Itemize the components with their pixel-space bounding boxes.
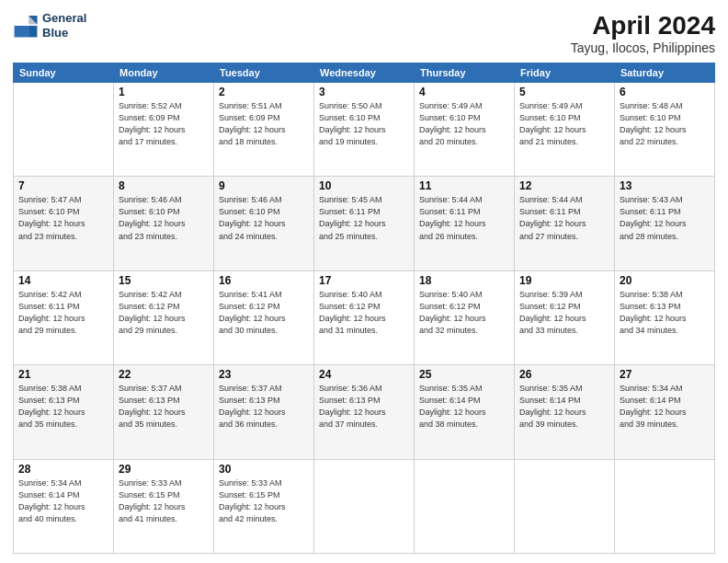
day-number: 15: [119, 274, 209, 287]
day-info: Sunrise: 5:42 AM Sunset: 6:12 PM Dayligh…: [119, 289, 209, 337]
day-info: Sunrise: 5:33 AM Sunset: 6:15 PM Dayligh…: [219, 477, 309, 525]
day-number: 10: [319, 179, 409, 192]
table-row: 30Sunrise: 5:33 AM Sunset: 6:15 PM Dayli…: [214, 459, 314, 553]
day-info: Sunrise: 5:33 AM Sunset: 6:15 PM Dayligh…: [119, 477, 209, 525]
day-number: 14: [18, 274, 108, 287]
col-monday: Monday: [114, 63, 214, 83]
day-number: 3: [319, 86, 409, 98]
day-info: Sunrise: 5:47 AM Sunset: 6:10 PM Dayligh…: [18, 194, 108, 242]
calendar-table: Sunday Monday Tuesday Wednesday Thursday…: [13, 63, 715, 554]
day-info: Sunrise: 5:48 AM Sunset: 6:10 PM Dayligh…: [620, 100, 710, 148]
col-wednesday: Wednesday: [314, 63, 415, 83]
logo-icon: [13, 13, 39, 39]
day-number: 26: [519, 368, 609, 381]
table-row: 11Sunrise: 5:44 AM Sunset: 6:11 PM Dayli…: [415, 177, 515, 270]
day-number: 17: [319, 274, 409, 287]
table-row: [515, 459, 615, 553]
table-row: 3Sunrise: 5:50 AM Sunset: 6:10 PM Daylig…: [314, 83, 415, 177]
day-number: 4: [419, 86, 509, 98]
logo-text: General Blue: [42, 11, 86, 40]
day-number: 2: [219, 86, 309, 98]
day-number: 9: [219, 179, 309, 192]
table-row: 5Sunrise: 5:49 AM Sunset: 6:10 PM Daylig…: [515, 83, 615, 177]
day-number: 28: [18, 463, 108, 476]
day-info: Sunrise: 5:38 AM Sunset: 6:13 PM Dayligh…: [620, 289, 710, 337]
day-info: Sunrise: 5:37 AM Sunset: 6:13 PM Dayligh…: [119, 383, 209, 431]
day-info: Sunrise: 5:52 AM Sunset: 6:09 PM Dayligh…: [119, 100, 209, 148]
calendar-week-row: 14Sunrise: 5:42 AM Sunset: 6:11 PM Dayli…: [14, 270, 715, 364]
col-sunday: Sunday: [14, 63, 114, 83]
svg-rect-3: [15, 26, 29, 37]
day-number: 16: [219, 274, 309, 287]
day-number: 5: [519, 86, 609, 98]
day-number: 1: [119, 86, 209, 98]
table-row: [314, 459, 415, 553]
day-info: Sunrise: 5:42 AM Sunset: 6:11 PM Dayligh…: [18, 289, 108, 337]
table-row: 18Sunrise: 5:40 AM Sunset: 6:12 PM Dayli…: [415, 270, 515, 364]
day-number: 7: [18, 179, 108, 192]
main-title: April 2024: [571, 11, 715, 40]
calendar-week-row: 28Sunrise: 5:34 AM Sunset: 6:14 PM Dayli…: [14, 459, 715, 553]
day-info: Sunrise: 5:44 AM Sunset: 6:11 PM Dayligh…: [419, 194, 509, 242]
day-info: Sunrise: 5:41 AM Sunset: 6:12 PM Dayligh…: [219, 289, 309, 337]
table-row: 2Sunrise: 5:51 AM Sunset: 6:09 PM Daylig…: [214, 83, 314, 177]
day-number: 13: [620, 179, 710, 192]
table-row: 4Sunrise: 5:49 AM Sunset: 6:10 PM Daylig…: [415, 83, 515, 177]
table-row: 14Sunrise: 5:42 AM Sunset: 6:11 PM Dayli…: [14, 270, 114, 364]
col-friday: Friday: [515, 63, 615, 83]
logo: General Blue: [13, 11, 86, 40]
table-row: 25Sunrise: 5:35 AM Sunset: 6:14 PM Dayli…: [415, 365, 515, 459]
calendar-header-row: Sunday Monday Tuesday Wednesday Thursday…: [14, 63, 715, 83]
day-number: 11: [419, 179, 509, 192]
table-row: 17Sunrise: 5:40 AM Sunset: 6:12 PM Dayli…: [314, 270, 415, 364]
day-info: Sunrise: 5:46 AM Sunset: 6:10 PM Dayligh…: [119, 194, 209, 242]
day-number: 21: [18, 368, 108, 381]
table-row: 29Sunrise: 5:33 AM Sunset: 6:15 PM Dayli…: [114, 459, 214, 553]
day-number: 22: [119, 368, 209, 381]
table-row: 27Sunrise: 5:34 AM Sunset: 6:14 PM Dayli…: [615, 365, 715, 459]
calendar-week-row: 21Sunrise: 5:38 AM Sunset: 6:13 PM Dayli…: [14, 365, 715, 459]
col-tuesday: Tuesday: [214, 63, 314, 83]
day-number: 8: [119, 179, 209, 192]
day-number: 29: [119, 463, 209, 476]
day-number: 18: [419, 274, 509, 287]
table-row: 19Sunrise: 5:39 AM Sunset: 6:12 PM Dayli…: [515, 270, 615, 364]
day-number: 12: [519, 179, 609, 192]
day-info: Sunrise: 5:49 AM Sunset: 6:10 PM Dayligh…: [519, 100, 609, 148]
day-number: 24: [319, 368, 409, 381]
day-info: Sunrise: 5:40 AM Sunset: 6:12 PM Dayligh…: [419, 289, 509, 337]
table-row: 12Sunrise: 5:44 AM Sunset: 6:11 PM Dayli…: [515, 177, 615, 270]
day-info: Sunrise: 5:35 AM Sunset: 6:14 PM Dayligh…: [419, 383, 509, 431]
table-row: 20Sunrise: 5:38 AM Sunset: 6:13 PM Dayli…: [615, 270, 715, 364]
table-row: 23Sunrise: 5:37 AM Sunset: 6:13 PM Dayli…: [214, 365, 314, 459]
day-info: Sunrise: 5:43 AM Sunset: 6:11 PM Dayligh…: [620, 194, 710, 242]
day-number: 30: [219, 463, 309, 476]
day-number: 19: [519, 274, 609, 287]
day-number: 20: [620, 274, 710, 287]
day-info: Sunrise: 5:35 AM Sunset: 6:14 PM Dayligh…: [519, 383, 609, 431]
day-info: Sunrise: 5:46 AM Sunset: 6:10 PM Dayligh…: [219, 194, 309, 242]
day-info: Sunrise: 5:51 AM Sunset: 6:09 PM Dayligh…: [219, 100, 309, 148]
day-number: 27: [620, 368, 710, 381]
day-number: 25: [419, 368, 509, 381]
table-row: 10Sunrise: 5:45 AM Sunset: 6:11 PM Dayli…: [314, 177, 415, 270]
day-number: 23: [219, 368, 309, 381]
table-row: 15Sunrise: 5:42 AM Sunset: 6:12 PM Dayli…: [114, 270, 214, 364]
table-row: 21Sunrise: 5:38 AM Sunset: 6:13 PM Dayli…: [14, 365, 114, 459]
table-row: 24Sunrise: 5:36 AM Sunset: 6:13 PM Dayli…: [314, 365, 415, 459]
day-info: Sunrise: 5:49 AM Sunset: 6:10 PM Dayligh…: [419, 100, 509, 148]
day-info: Sunrise: 5:34 AM Sunset: 6:14 PM Dayligh…: [620, 383, 710, 431]
table-row: [14, 83, 114, 177]
table-row: 8Sunrise: 5:46 AM Sunset: 6:10 PM Daylig…: [114, 177, 214, 270]
day-info: Sunrise: 5:39 AM Sunset: 6:12 PM Dayligh…: [519, 289, 609, 337]
page: General Blue April 2024 Tayug, Ilocos, P…: [0, 0, 728, 563]
day-info: Sunrise: 5:38 AM Sunset: 6:13 PM Dayligh…: [18, 383, 108, 431]
day-info: Sunrise: 5:40 AM Sunset: 6:12 PM Dayligh…: [319, 289, 409, 337]
table-row: 22Sunrise: 5:37 AM Sunset: 6:13 PM Dayli…: [114, 365, 214, 459]
table-row: 28Sunrise: 5:34 AM Sunset: 6:14 PM Dayli…: [14, 459, 114, 553]
svg-marker-2: [28, 16, 37, 24]
calendar-week-row: 1Sunrise: 5:52 AM Sunset: 6:09 PM Daylig…: [14, 83, 715, 177]
day-info: Sunrise: 5:45 AM Sunset: 6:11 PM Dayligh…: [319, 194, 409, 242]
subtitle: Tayug, Ilocos, Philippines: [571, 40, 715, 55]
table-row: 16Sunrise: 5:41 AM Sunset: 6:12 PM Dayli…: [214, 270, 314, 364]
